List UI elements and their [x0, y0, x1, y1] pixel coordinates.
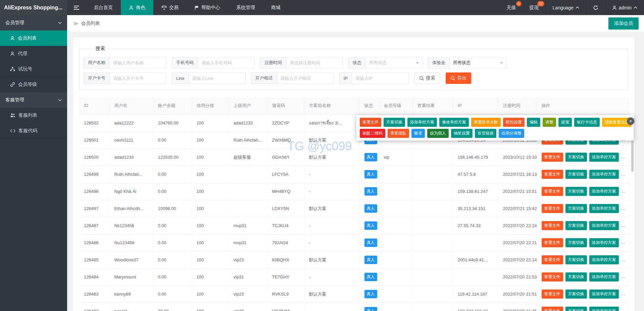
row-action-方案切换[interactable]: 方案切换: [565, 238, 587, 247]
popup-action-方案切换[interactable]: 方案切换: [384, 118, 405, 127]
more-actions-button[interactable]: ...: [621, 171, 626, 176]
sidebar-group-会员管理[interactable]: 会员管理: [0, 15, 67, 31]
status-badge[interactable]: 真人: [364, 273, 377, 281]
sidebar-item-会员列表[interactable]: 会员列表: [0, 31, 67, 46]
nav-item-后台首页[interactable]: 后台首页: [86, 0, 121, 15]
row-action-添加单控方案[interactable]: 添加单控方案: [589, 153, 619, 162]
more-actions-button[interactable]: ...: [621, 257, 626, 262]
IP-input[interactable]: [352, 73, 408, 84]
row-action-签署文件[interactable]: 签署文件: [542, 238, 563, 247]
体验金-select[interactable]: 所有状态: [450, 57, 506, 68]
row-action-方案切换[interactable]: 方案切换: [565, 153, 587, 162]
sidebar-group-客服管理[interactable]: 客服管理: [0, 92, 67, 108]
row-action-签署文件[interactable]: 签署文件: [542, 255, 563, 264]
popup-action-设为假人[interactable]: 设为假人: [427, 129, 449, 138]
nav-item-交易[interactable]: 交易: [153, 0, 187, 15]
nav-item-系统管理[interactable]: 系统管理: [228, 0, 263, 15]
popup-action-添加单控方案[interactable]: 添加单控方案: [407, 118, 437, 127]
row-action-添加单控方案[interactable]: 添加单控方案: [589, 272, 619, 281]
row-action-签署文件[interactable]: 签署文件: [542, 187, 563, 196]
more-actions-button[interactable]: ...: [621, 206, 626, 211]
more-actions-button[interactable]: ...: [621, 308, 626, 311]
close-icon[interactable]: ×: [627, 117, 634, 125]
more-actions-button[interactable]: ...: [621, 274, 626, 279]
more-actions-button[interactable]: ...: [621, 291, 626, 296]
row-action-签署文件[interactable]: 签署文件: [542, 204, 563, 213]
popup-action-首页链接[interactable]: 首页链接: [475, 129, 496, 138]
popup-action-修改单控方案[interactable]: 修改单控方案: [439, 118, 469, 127]
Line-input[interactable]: [189, 73, 245, 84]
row-action-添加单控方案[interactable]: 添加单控方案: [589, 238, 619, 247]
popup-action-暗扣设置[interactable]: 暗扣设置: [503, 118, 525, 127]
popup-action-提现[interactable]: 提现: [558, 118, 572, 127]
row-action-签署文件[interactable]: 签署文件: [542, 290, 563, 299]
row-action-添加单控方案[interactable]: 添加单控方案: [589, 255, 619, 264]
row-action-添加单控方案[interactable]: 添加单控方案: [589, 290, 619, 299]
sidebar-item-试玩号[interactable]: 试玩号: [0, 61, 67, 77]
more-actions-button[interactable]: ...: [621, 189, 626, 194]
row-action-方案切换[interactable]: 方案切换: [565, 255, 587, 264]
export-button[interactable]: 导出: [446, 72, 471, 84]
popup-action-抽奖设置[interactable]: 抽奖设置: [451, 129, 473, 138]
popup-action-编辑[interactable]: 编辑: [527, 118, 540, 127]
row-action-签署文件[interactable]: 签署文件: [542, 153, 563, 162]
row-action-签署文件[interactable]: 签署文件: [542, 307, 563, 311]
用户名称-input[interactable]: [110, 57, 166, 68]
row-action-签署文件[interactable]: 签署文件: [542, 170, 563, 179]
row-action-方案切换[interactable]: 方案切换: [565, 204, 587, 213]
row-action-方案切换[interactable]: 方案切换: [565, 307, 587, 311]
popup-action-账变[interactable]: 账变: [411, 129, 425, 138]
row-action-添加单控方案[interactable]: 添加单控方案: [589, 204, 619, 213]
status-badge[interactable]: 真人: [364, 239, 377, 247]
refresh-button[interactable]: [586, 0, 605, 15]
row-action-添加单控方案[interactable]: 添加单控方案: [589, 187, 619, 196]
row-action-方案切换[interactable]: 方案切换: [565, 187, 587, 196]
search-button[interactable]: 搜索: [414, 72, 440, 84]
nav-item-商城[interactable]: 商城: [263, 0, 289, 15]
sidebar-item-代理[interactable]: 代理: [0, 46, 67, 61]
row-action-方案切换[interactable]: 方案切换: [565, 290, 587, 299]
sidebar-item-会员等级[interactable]: 会员等级: [0, 77, 67, 92]
row-action-签署文件[interactable]: 签署文件: [542, 272, 563, 281]
add-member-button[interactable]: 添加会员: [608, 17, 639, 30]
status-badge[interactable]: 真人: [364, 221, 377, 230]
状态-select[interactable]: 所有状态: [366, 57, 422, 68]
popup-action-重置抢单次数[interactable]: 重置抢单次数: [471, 118, 501, 127]
more-actions-button[interactable]: ...: [621, 223, 626, 228]
row-action-添加单控方案[interactable]: 添加单控方案: [589, 170, 619, 179]
status-badge[interactable]: 真人: [364, 256, 377, 264]
more-actions-button[interactable]: ...: [621, 240, 626, 245]
popup-action-刷新二维码[interactable]: 刷新二维码: [360, 129, 385, 138]
more-actions-button[interactable]: ...: [621, 154, 626, 159]
withdraw-link[interactable]: 提现 22: [523, 0, 546, 15]
注册时间-input[interactable]: [286, 57, 343, 68]
nav-item-角色[interactable]: 角色: [121, 0, 153, 15]
开户卡号-input[interactable]: [110, 73, 166, 84]
status-badge[interactable]: 真人: [364, 290, 377, 298]
popup-action-查看团队[interactable]: 查看团队: [388, 129, 409, 138]
status-badge[interactable]: 真人: [364, 187, 377, 196]
row-action-方案切换[interactable]: 方案切换: [565, 221, 587, 230]
popup-action-调整[interactable]: 调整: [543, 118, 556, 127]
row-action-方案切换[interactable]: 方案切换: [565, 170, 587, 179]
status-badge[interactable]: 真人: [364, 170, 377, 178]
row-action-签署文件[interactable]: 签署文件: [542, 221, 563, 230]
row-action-方案切换[interactable]: 方案切换: [565, 272, 587, 281]
nav-item-帮助中心[interactable]: 帮助中心: [187, 0, 228, 15]
popup-action-信用分调整[interactable]: 信用分调整: [499, 129, 524, 138]
sidebar-item-客服代码[interactable]: 客服代码: [0, 123, 67, 139]
status-badge[interactable]: 真人: [364, 307, 377, 311]
sidebar-item-客服列表[interactable]: 客服列表: [0, 108, 67, 123]
popup-action-银行卡信息[interactable]: 银行卡信息: [574, 118, 600, 127]
language-menu[interactable]: Language: [546, 0, 586, 15]
row-action-添加单控方案[interactable]: 添加单控方案: [589, 307, 619, 311]
recharge-link[interactable]: 充值 0: [500, 0, 523, 15]
手机号码-input[interactable]: [198, 57, 254, 68]
开户电话-input[interactable]: [277, 73, 334, 84]
user-menu[interactable]: admin: [605, 0, 644, 15]
hamburger-menu-button[interactable]: [67, 0, 86, 15]
row-action-添加单控方案[interactable]: 添加单控方案: [589, 221, 619, 230]
status-badge[interactable]: 真人: [364, 153, 377, 161]
popup-action-签署文件[interactable]: 签署文件: [360, 118, 381, 127]
status-badge[interactable]: 真人: [364, 204, 377, 213]
